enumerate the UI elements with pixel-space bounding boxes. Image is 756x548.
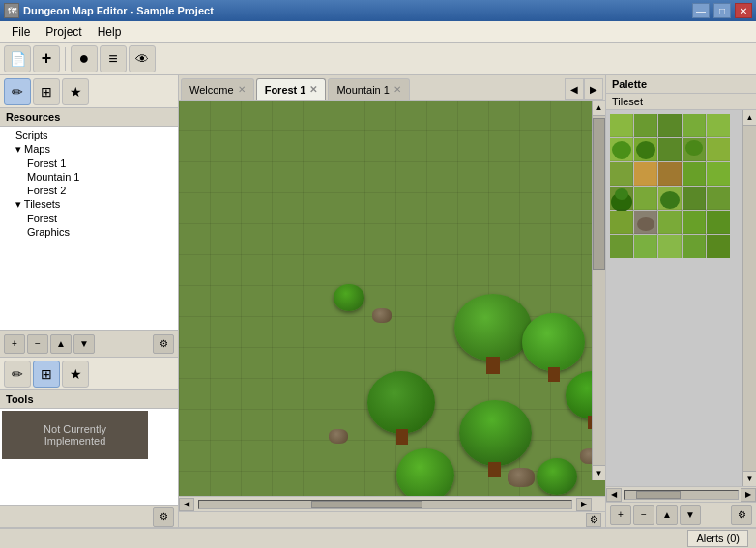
palette-hscroll-track[interactable]: [624, 490, 739, 500]
svg-point-23: [660, 191, 680, 209]
tree-item-graphics[interactable]: Graphics: [0, 225, 178, 239]
tree-1: [454, 294, 532, 361]
svg-rect-21: [634, 187, 657, 210]
palette-down-button[interactable]: ▼: [680, 505, 701, 525]
star-tool-button[interactable]: ★: [62, 78, 89, 105]
map-hscroll-right[interactable]: ▶: [576, 498, 592, 511]
tools-header: Tools: [0, 390, 178, 409]
tree-item-tileset-forest[interactable]: Forest: [0, 212, 178, 225]
tileset-vscrollbar[interactable]: ▲ ▼: [742, 110, 756, 486]
tab-mountain1-close[interactable]: ✕: [393, 84, 401, 95]
svg-rect-13: [610, 162, 633, 186]
list-button[interactable]: ≡: [100, 45, 127, 72]
eye-button[interactable]: 👁: [129, 45, 156, 72]
svg-point-11: [685, 140, 703, 156]
menu-help[interactable]: Help: [90, 23, 130, 41]
palette-settings-button[interactable]: ⚙: [731, 505, 752, 525]
svg-point-8: [636, 141, 655, 159]
map-vscroll-thumb[interactable]: [593, 118, 605, 270]
left-panel: ✏ ⊞ ★ Resources Scripts ▾ Maps Forest 1 …: [0, 75, 179, 527]
tileset-vscroll-up[interactable]: ▲: [743, 110, 756, 126]
tileset-content[interactable]: [606, 110, 742, 486]
alerts-button[interactable]: Alerts (0): [687, 530, 748, 547]
resources-actions: + − ▲ ▼ ⚙: [0, 330, 178, 357]
palette-hscroll-thumb[interactable]: [636, 491, 682, 499]
tools-settings-button[interactable]: ⚙: [153, 507, 174, 527]
window-title: Dungeon Map Editor - Sample Project: [23, 5, 688, 16]
tree-item-tilesets[interactable]: ▾ Tilesets: [0, 197, 178, 212]
svg-rect-17: [707, 162, 730, 186]
tools-pencil-button[interactable]: ✏: [4, 361, 31, 388]
tree-item-mountain1[interactable]: Mountain 1: [0, 170, 178, 184]
svg-rect-35: [683, 235, 706, 258]
tab-welcome-label: Welcome: [189, 84, 234, 96]
grid-tool-button[interactable]: ⊞: [33, 78, 60, 105]
map-vscroll-down[interactable]: ▼: [593, 465, 605, 480]
add-button[interactable]: +: [33, 45, 60, 72]
tab-forest1[interactable]: Forest 1 ✕: [256, 78, 327, 100]
tree-item-forest1[interactable]: Forest 1: [0, 157, 178, 170]
rock-7: [329, 429, 348, 444]
map-status-settings[interactable]: ⚙: [586, 513, 601, 527]
tab-nav-left[interactable]: ◀: [565, 78, 584, 100]
tileset-vscroll-down[interactable]: ▼: [743, 471, 756, 486]
palette-remove-button[interactable]: −: [633, 505, 654, 525]
svg-rect-36: [707, 235, 730, 258]
tool-item-not-implemented[interactable]: Not CurrentlyImplemented: [2, 411, 148, 459]
tree-item-scripts[interactable]: Scripts: [0, 129, 178, 142]
tree-item-forest2[interactable]: Forest 2: [0, 184, 178, 197]
menu-project[interactable]: Project: [38, 23, 89, 41]
map-hscroll-track[interactable]: [198, 500, 572, 509]
svg-rect-32: [610, 235, 633, 258]
menu-bar: File Project Help: [0, 21, 756, 43]
maximize-button[interactable]: □: [713, 3, 731, 18]
menu-file[interactable]: File: [4, 23, 38, 41]
trunk-3: [548, 367, 560, 382]
svg-rect-26: [610, 211, 633, 234]
resources-tree[interactable]: Scripts ▾ Maps Forest 1 Mountain 1 Fores…: [0, 127, 178, 330]
map-hscroll-thumb[interactable]: [311, 501, 423, 508]
map-hscroll-left[interactable]: ◀: [179, 498, 194, 511]
main-toolbar: 📄 + ● ≡ 👁: [0, 43, 756, 75]
tab-welcome-close[interactable]: ✕: [238, 84, 246, 95]
trunk-1: [486, 357, 500, 374]
svg-rect-0: [610, 114, 633, 137]
svg-rect-15: [658, 162, 682, 186]
resources-remove-button[interactable]: −: [27, 334, 48, 354]
new-file-button[interactable]: 📄: [4, 45, 31, 72]
tab-forest1-close[interactable]: ✕: [309, 84, 317, 95]
svg-rect-12: [707, 138, 730, 161]
palette-hscrollbar[interactable]: ◀ ▶: [606, 486, 756, 502]
map-hscrollbar[interactable]: ◀ ▶: [179, 496, 605, 511]
circle-button[interactable]: ●: [71, 45, 98, 72]
pencil-tool-button[interactable]: ✏: [4, 78, 31, 105]
svg-rect-1: [634, 114, 657, 137]
tools-star-button[interactable]: ★: [62, 361, 89, 388]
map-vscroll-up[interactable]: ▲: [593, 101, 605, 116]
close-button[interactable]: ✕: [735, 3, 752, 18]
svg-rect-9: [658, 138, 682, 161]
resources-down-button[interactable]: ▼: [73, 334, 95, 354]
status-bar: Alerts (0): [0, 527, 756, 548]
tree-item-maps[interactable]: ▾ Maps: [0, 142, 178, 157]
resources-settings-button[interactable]: ⚙: [153, 334, 174, 354]
tab-welcome[interactable]: Welcome ✕: [181, 78, 254, 100]
map-vscrollbar[interactable]: ▲ ▼: [592, 101, 605, 480]
tools-list[interactable]: Not CurrentlyImplemented: [0, 409, 150, 505]
resources-up-button[interactable]: ▲: [50, 334, 72, 354]
tools-grid-button[interactable]: ⊞: [33, 361, 60, 388]
tools-panel: ✏ ⊞ ★ Tools Not CurrentlyImplemented ⚙: [0, 358, 178, 527]
tab-nav-right[interactable]: ▶: [584, 78, 603, 100]
tab-mountain1[interactable]: Mountain 1 ✕: [328, 78, 409, 100]
minimize-button[interactable]: —: [692, 3, 710, 18]
map-status: ⚙: [179, 511, 605, 527]
resources-add-button[interactable]: +: [4, 334, 25, 354]
palette-hscroll-right[interactable]: ▶: [741, 488, 756, 502]
palette-add-button[interactable]: +: [610, 505, 631, 525]
map-container[interactable]: ▲ ▼: [179, 101, 605, 496]
tab-mountain1-label: Mountain 1: [336, 84, 389, 96]
map-background: [179, 101, 605, 496]
tileset-svg: [610, 114, 736, 269]
palette-up-button[interactable]: ▲: [656, 505, 678, 525]
palette-hscroll-left[interactable]: ◀: [606, 488, 622, 502]
